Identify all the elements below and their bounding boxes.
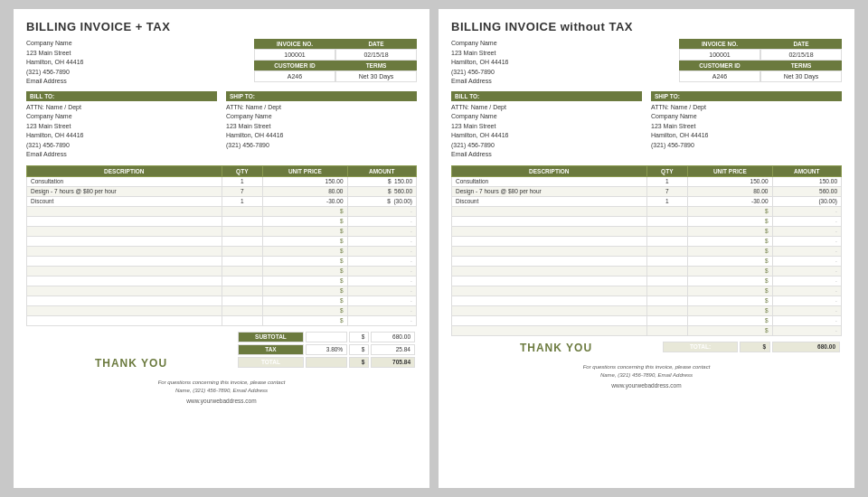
ship-to-header-2: SHIP TO:	[651, 91, 842, 101]
empty-row: $-	[452, 226, 842, 236]
date-label: DATE	[335, 39, 417, 49]
top-section-2: Company Name 123 Main Street Hamilton, O…	[451, 39, 842, 87]
date-2: 02/15/18	[760, 49, 842, 61]
subtotal-label: SUBTOTAL	[238, 332, 304, 342]
ship-to-block: SHIP TO: ATTN: Name / Dept Company Name …	[226, 91, 417, 160]
col-qty: QTY	[222, 165, 263, 176]
page-wrapper: BILLING INVOICE + TAX Company Name 123 M…	[0, 0, 868, 497]
bill-to-header: BILL TO:	[26, 91, 217, 101]
empty-row: $-	[452, 295, 842, 305]
bill-to-block-2: BILL TO: ATTN: Name / Dept Company Name …	[451, 91, 642, 160]
ship-to-header: SHIP TO:	[226, 91, 417, 101]
terms-label: TERMS	[335, 61, 417, 70]
empty-row: $-	[27, 315, 417, 325]
total-dollar-2: $	[740, 342, 770, 352]
date: 02/15/18	[335, 49, 417, 61]
invoice-with-tax-title: BILLING INVOICE + TAX	[26, 20, 417, 33]
terms: Net 30 Days	[335, 70, 417, 82]
bill-ship-section: BILL TO: ATTN: Name / Dept Company Name …	[26, 91, 417, 160]
footer-text: For questions concerning this invoice, p…	[26, 379, 417, 396]
bill-to-header-2: BILL TO:	[451, 91, 642, 101]
line-item: Consultation 1 150.00 150.00	[452, 176, 842, 186]
empty-row: $-	[27, 276, 417, 286]
subtotal-dollar: $	[349, 332, 369, 342]
footer-text-2: For questions concerning this invoice, p…	[451, 363, 842, 380]
total-label-2: TOTAL:	[663, 342, 738, 352]
invoice-without-tax: BILLING INVOICE without TAX Company Name…	[439, 9, 854, 488]
line-item: Discount 1 -30.00 $ (30.00)	[27, 196, 417, 206]
tax-rate: 3.80%	[306, 344, 347, 355]
empty-row: $-	[452, 286, 842, 295]
col-unit-price: UNIT PRICE	[263, 165, 347, 176]
empty-row: $-	[27, 305, 417, 315]
terms-label-2: TERMS	[760, 61, 842, 70]
total-dollar: $	[349, 357, 369, 368]
items-table: DESCRIPTION QTY UNIT PRICE AMOUNT Consul…	[26, 165, 417, 326]
totals-section: THANK YOU SUBTOTAL $ 680.00 TAX 3.80% $ …	[26, 330, 417, 370]
company-email: Email Address	[26, 77, 83, 87]
footer-url: www.yourwebaddress.com	[26, 398, 417, 404]
empty-row: $-	[27, 295, 417, 305]
col-amount: AMOUNT	[347, 165, 417, 176]
terms-2: Net 30 Days	[760, 70, 842, 82]
company-city: Hamilton, OH 44416	[26, 58, 83, 68]
invoice-meta-2: INVOICE NO. DATE 100001 02/15/18 CUSTOME…	[679, 39, 842, 87]
empty-row: $-	[452, 236, 842, 246]
empty-row: $-	[452, 266, 842, 276]
thank-you-2: THANK YOU	[451, 342, 661, 354]
empty-row: $-	[27, 206, 417, 216]
line-item: Consultation 1 150.00 $ 150.00	[27, 176, 417, 186]
empty-row: $-	[452, 256, 842, 266]
total-value-2: 680.00	[772, 342, 840, 352]
company-phone: (321) 456-7890	[26, 68, 83, 78]
company-name: Company Name	[26, 39, 83, 49]
empty-row: $-	[27, 266, 417, 276]
date-label-2: DATE	[760, 39, 842, 49]
bill-to-info: ATTN: Name / Dept Company Name 123 Main …	[26, 103, 217, 160]
invoice-no-label: INVOICE NO.	[254, 39, 335, 49]
invoice-meta: INVOICE NO. DATE 100001 02/15/18 CUSTOME…	[254, 39, 417, 87]
empty-row: $-	[452, 206, 842, 216]
empty-row: $-	[27, 226, 417, 236]
empty-row: $-	[27, 216, 417, 226]
totals-table-2: TOTAL: $ 680.00	[661, 340, 842, 354]
line-item: Discount 1 -30.00 (30.00)	[452, 196, 842, 206]
top-section: Company Name 123 Main Street Hamilton, O…	[26, 39, 417, 87]
col-description: DESCRIPTION	[27, 165, 222, 176]
subtotal-value: 680.00	[371, 332, 415, 342]
invoice-with-tax: BILLING INVOICE + TAX Company Name 123 M…	[14, 9, 429, 488]
ship-to-block-2: SHIP TO: ATTN: Name / Dept Company Name …	[651, 91, 842, 160]
empty-row: $-	[452, 246, 842, 256]
totals-table: SUBTOTAL $ 680.00 TAX 3.80% $ 25.84 TOTA…	[236, 330, 417, 370]
company-name-2: Company Name	[451, 39, 508, 49]
company-phone-2: (321) 456-7890	[451, 68, 508, 78]
bill-to-block: BILL TO: ATTN: Name / Dept Company Name …	[26, 91, 217, 160]
totals-section-2: THANK YOU TOTAL: $ 680.00	[451, 340, 842, 354]
company-info: Company Name 123 Main Street Hamilton, O…	[26, 39, 83, 87]
line-item: Design - 7 hours @ $80 per hour 7 80.00 …	[452, 186, 842, 196]
customer-id-label: CUSTOMER ID	[254, 61, 335, 70]
ship-to-info-2: ATTN: Name / Dept Company Name 123 Main …	[651, 103, 842, 151]
col-description-2: DESCRIPTION	[452, 165, 647, 176]
company-address-2: 123 Main Street	[451, 49, 508, 59]
invoice-without-tax-title: BILLING INVOICE without TAX	[451, 20, 842, 33]
bill-ship-section-2: BILL TO: ATTN: Name / Dept Company Name …	[451, 91, 842, 160]
total-value: 705.84	[371, 357, 415, 368]
bill-to-info-2: ATTN: Name / Dept Company Name 123 Main …	[451, 103, 642, 160]
customer-id: A246	[254, 70, 335, 82]
col-unit-price-2: UNIT PRICE	[688, 165, 772, 176]
tax-value: 25.84	[371, 344, 415, 355]
empty-row: $-	[452, 216, 842, 226]
company-info-2: Company Name 123 Main Street Hamilton, O…	[451, 39, 508, 87]
line-item: Design - 7 hours @ $80 per hour 7 80.00 …	[27, 186, 417, 196]
thank-you: THANK YOU	[26, 357, 236, 370]
company-city-2: Hamilton, OH 44416	[451, 58, 508, 68]
company-address: 123 Main Street	[26, 49, 83, 59]
customer-id-label-2: CUSTOMER ID	[679, 61, 760, 70]
col-amount-2: AMOUNT	[772, 165, 842, 176]
empty-row: $-	[452, 305, 842, 315]
invoice-no-label-2: INVOICE NO.	[679, 39, 760, 49]
empty-row: $-	[27, 256, 417, 266]
empty-row: $-	[452, 325, 842, 335]
empty-row: $-	[27, 236, 417, 246]
